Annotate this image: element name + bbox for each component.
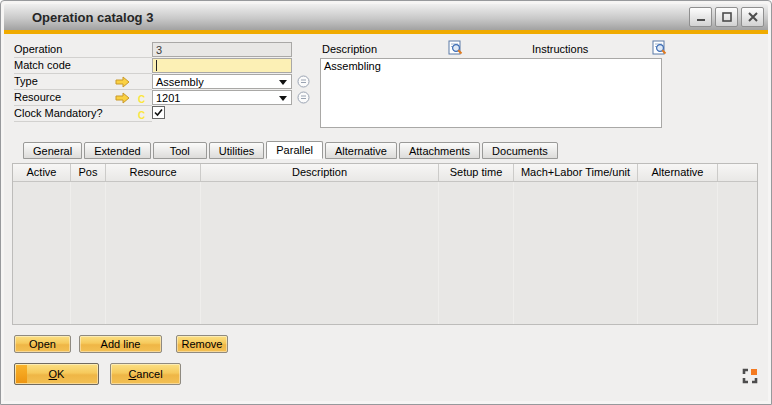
- resource-choose-from-list-icon[interactable]: [297, 91, 310, 104]
- resource-link-arrow-icon[interactable]: [115, 92, 130, 106]
- instructions-editor-icon[interactable]: [652, 40, 667, 58]
- close-button[interactable]: [741, 7, 764, 27]
- parallel-resources-table: Active Pos Resource Description Setup ti…: [12, 163, 758, 325]
- tab-parallel[interactable]: Parallel: [266, 141, 323, 159]
- tab-strip: General Extended Tool Utilities Parallel…: [23, 141, 560, 159]
- table-header-row: Active Pos Resource Description Setup ti…: [13, 164, 757, 182]
- titlebar[interactable]: Operation catalog 3: [4, 4, 768, 30]
- maximize-icon: [721, 11, 733, 23]
- description-label: Description: [322, 42, 377, 57]
- type-link-arrow-icon[interactable]: [115, 76, 130, 90]
- resource-dropdown[interactable]: 1201: [152, 90, 292, 105]
- type-choose-from-list-icon[interactable]: [297, 75, 310, 88]
- column-header-mach-labor-time[interactable]: Mach+Labor Time/unit: [514, 164, 638, 181]
- text-caret: [156, 60, 157, 71]
- column-header-active[interactable]: Active: [13, 164, 71, 181]
- add-line-button[interactable]: Add line: [79, 335, 162, 353]
- operation-field: [152, 42, 292, 57]
- description-editor-icon[interactable]: [448, 40, 463, 58]
- type-label: Type: [14, 74, 152, 90]
- clock-status-marker-icon: C: [138, 110, 145, 121]
- match-code-label: Match code: [14, 58, 152, 74]
- minimize-icon: [695, 11, 707, 23]
- column-header-alternative[interactable]: Alternative: [638, 164, 718, 181]
- tab-documents[interactable]: Documents: [482, 142, 558, 159]
- column-header-filler: [718, 164, 757, 181]
- table-body-empty[interactable]: [13, 182, 757, 324]
- operation-catalog-window: Operation catalog 3 Operation Match code…: [0, 0, 772, 405]
- tab-tool[interactable]: Tool: [153, 142, 207, 159]
- column-header-pos[interactable]: Pos: [71, 164, 106, 181]
- tab-general[interactable]: General: [23, 142, 82, 159]
- open-button[interactable]: Open: [14, 335, 71, 353]
- tab-attachments[interactable]: Attachments: [399, 142, 480, 159]
- resource-dropdown-value: 1201: [156, 92, 180, 104]
- column-header-resource[interactable]: Resource: [106, 164, 201, 181]
- resource-status-marker-icon: C: [138, 94, 145, 105]
- default-button-stripe: [16, 365, 27, 383]
- remove-button[interactable]: Remove: [176, 335, 228, 353]
- window-controls: [689, 7, 764, 27]
- column-header-setup-time[interactable]: Setup time: [439, 164, 514, 181]
- dialog-content: Operation Match code Type Resource Clock…: [4, 34, 768, 401]
- resource-label: Resource: [14, 90, 152, 106]
- clock-mandatory-checkbox[interactable]: [152, 106, 165, 119]
- tab-alternative[interactable]: Alternative: [325, 142, 397, 159]
- type-dropdown[interactable]: Assembly: [152, 74, 292, 89]
- ok-button[interactable]: OK: [14, 363, 99, 385]
- window-title: Operation catalog 3: [4, 10, 153, 25]
- tab-utilities[interactable]: Utilities: [209, 142, 264, 159]
- checkmark-icon: [153, 107, 164, 118]
- chevron-down-icon: [279, 96, 287, 101]
- description-textarea[interactable]: Assembling: [320, 58, 662, 128]
- clock-mandatory-label: Clock Mandatory?: [14, 106, 152, 122]
- maximize-button[interactable]: [715, 7, 738, 27]
- column-header-description[interactable]: Description: [201, 164, 439, 181]
- chevron-down-icon: [279, 80, 287, 85]
- operation-label: Operation: [14, 42, 152, 58]
- match-code-field[interactable]: [152, 58, 292, 73]
- minimize-button[interactable]: [689, 7, 712, 27]
- type-dropdown-value: Assembly: [156, 76, 204, 88]
- cancel-button[interactable]: Cancel: [110, 363, 181, 385]
- tab-extended[interactable]: Extended: [84, 142, 150, 159]
- close-icon: [747, 11, 759, 23]
- resize-widget-icon[interactable]: [742, 368, 758, 384]
- instructions-label: Instructions: [532, 42, 588, 57]
